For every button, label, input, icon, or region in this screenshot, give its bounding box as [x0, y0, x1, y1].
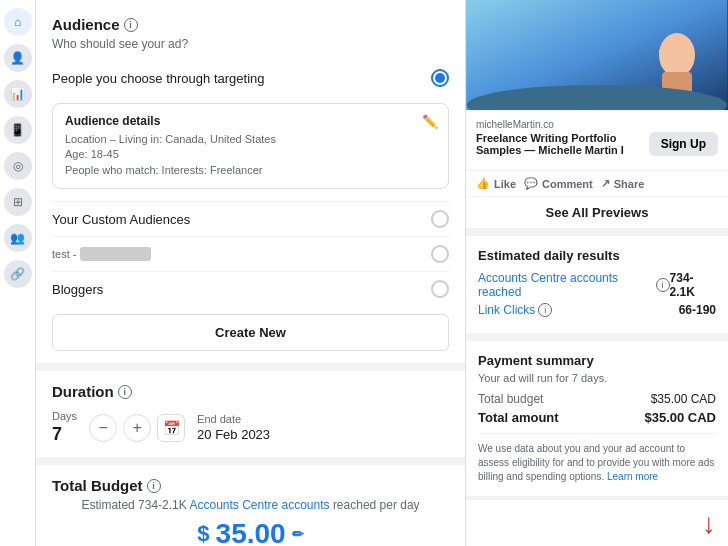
payment-notice: We use data about you and your ad accoun… [478, 433, 716, 484]
days-label: Days [52, 410, 77, 422]
payment-title: Payment summary [478, 353, 716, 368]
accounts-info-icon[interactable]: i [656, 278, 670, 292]
ad-reactions: 👍 Like 💬 Comment ↗ Share [466, 170, 728, 196]
audience-edit-icon[interactable]: ✏️ [422, 114, 438, 129]
sidebar-person-icon[interactable]: 👤 [4, 44, 32, 72]
payment-summary-panel: Payment summary Your ad will run for 7 d… [466, 341, 728, 496]
main-content: Audience i Who should see your ad? Peopl… [36, 0, 728, 546]
payment-total-row: Total amount $35.00 CAD [478, 410, 716, 425]
see-all-previews-button[interactable]: See All Previews [466, 196, 728, 228]
create-new-button[interactable]: Create New [52, 314, 449, 351]
arrow-indicator: ↓ [466, 500, 728, 546]
duration-title: Duration i [52, 383, 449, 400]
budget-info-icon[interactable]: i [147, 479, 161, 493]
budget-title: Total Budget i [52, 477, 449, 494]
targeting-radio-option[interactable]: People you choose through targeting [52, 61, 449, 95]
link-clicks-row: Link Clicks i 66-190 [478, 303, 716, 317]
custom-audiences-radio[interactable] [431, 210, 449, 228]
budget-value: 35.00 [216, 518, 286, 546]
payment-budget-row: Total budget $35.00 CAD [478, 392, 716, 406]
audience-title: Audience i [52, 16, 449, 33]
audience-item-bloggers[interactable]: Bloggers [52, 271, 449, 306]
accounts-reached-value: 734-2.1K [670, 271, 716, 299]
link-clicks-info-icon[interactable]: i [538, 303, 552, 317]
bloggers-label: Bloggers [52, 282, 103, 297]
ad-title-text: Freelance Writing Portfolio Samples — Mi… [476, 132, 649, 156]
audience-subtitle: Who should see your ad? [52, 37, 449, 51]
like-button[interactable]: 👍 Like [476, 177, 516, 190]
custom-audiences-header: Your Custom Audiences [52, 201, 449, 236]
learn-more-link[interactable]: Learn more [607, 471, 658, 482]
share-icon: ↗ [601, 177, 610, 190]
days-input-group: Days 7 [52, 410, 77, 445]
share-button[interactable]: ↗ Share [601, 177, 645, 190]
svg-point-3 [659, 46, 675, 58]
ad-title-row: Freelance Writing Portfolio Samples — Mi… [476, 132, 718, 156]
accounts-reached-label: Accounts Centre accounts reached i [478, 271, 670, 299]
results-title: Estimated daily results [478, 248, 716, 263]
comment-icon: 💬 [524, 177, 538, 190]
increment-days-button[interactable]: + [123, 414, 151, 442]
divider-1 [36, 363, 465, 371]
estimated-results-panel: Estimated daily results Accounts Centre … [466, 236, 728, 333]
right-panel: AirDrop Michelle Martin would like to sh… [466, 0, 728, 546]
end-date-label: End date [197, 413, 270, 425]
audience-age: Age: 18-45 [65, 147, 436, 162]
sidebar-circle-icon[interactable]: ◎ [4, 152, 32, 180]
duration-section: Duration i Days 7 − + 📅 End date 20 Feb … [52, 383, 449, 445]
edit-budget-icon[interactable]: ✏ [292, 526, 304, 542]
sidebar-home-icon[interactable]: ⌂ [4, 8, 32, 36]
down-arrow-icon[interactable]: ↓ [702, 508, 716, 540]
link-clicks-label: Link Clicks i [478, 303, 552, 317]
days-value: 7 [52, 424, 77, 445]
audience-info-icon[interactable]: i [124, 18, 138, 32]
audience-section: Audience i Who should see your ad? Peopl… [52, 16, 449, 351]
sidebar-users-icon[interactable]: 👥 [4, 224, 32, 252]
payment-subtitle: Your ad will run for 7 days. [478, 372, 716, 384]
ad-footer: michelleMartin.co Freelance Writing Port… [466, 110, 728, 170]
duration-info-icon[interactable]: i [118, 385, 132, 399]
duration-row: Days 7 − + 📅 End date 20 Feb 2023 [52, 410, 449, 445]
accounts-results-row: Accounts Centre accounts reached i 734-2… [478, 271, 716, 299]
blurred-name: ████████ [80, 247, 150, 261]
budget-section: Total Budget i Estimated 734-2.1K Accoun… [52, 477, 449, 546]
ad-image [466, 0, 728, 110]
link-clicks-value: 66-190 [679, 303, 716, 317]
sidebar-link-icon[interactable]: 🔗 [4, 260, 32, 288]
sidebar-grid-icon[interactable]: ⊞ [4, 188, 32, 216]
payment-budget-value: $35.00 CAD [651, 392, 716, 406]
audience-item-test[interactable]: test - ████████ [52, 236, 449, 271]
audience-test-radio[interactable] [431, 245, 449, 263]
sidebar-chart-icon[interactable]: 📊 [4, 80, 32, 108]
payment-total-value: $35.00 CAD [644, 410, 716, 425]
stepper-group: − + 📅 [89, 414, 185, 442]
targeting-radio-label: People you choose through targeting [52, 71, 265, 86]
calendar-icon[interactable]: 📅 [157, 414, 185, 442]
end-date-group: End date 20 Feb 2023 [197, 413, 270, 442]
signup-button[interactable]: Sign Up [649, 132, 718, 156]
sidebar-phone-icon[interactable]: 📱 [4, 116, 32, 144]
accounts-link[interactable]: Accounts Centre accounts [189, 498, 329, 512]
sidebar: ⌂ 👤 📊 📱 ◎ ⊞ 👥 🔗 [0, 0, 36, 546]
divider-2 [36, 457, 465, 465]
comment-button[interactable]: 💬 Comment [524, 177, 593, 190]
estimated-reach-text: Estimated 734-2.1K Accounts Centre accou… [52, 498, 449, 512]
ad-url: michelleMartin.co [476, 119, 718, 130]
audience-location: Location – Living in: Canada, United Sta… [65, 132, 436, 147]
audience-test-label: test - ████████ [52, 247, 151, 261]
audience-details-title: Audience details [65, 114, 436, 128]
custom-audiences-label: Your Custom Audiences [52, 212, 190, 227]
left-panel: Audience i Who should see your ad? Peopl… [36, 0, 466, 546]
currency-symbol: $ [197, 521, 209, 546]
decrement-days-button[interactable]: − [89, 414, 117, 442]
end-date-value: 20 Feb 2023 [197, 427, 270, 442]
bloggers-radio[interactable] [431, 280, 449, 298]
targeting-radio-selected[interactable] [431, 69, 449, 87]
ad-preview: AirDrop Michelle Martin would like to sh… [466, 0, 728, 228]
like-icon: 👍 [476, 177, 490, 190]
payment-total-label: Total amount [478, 410, 559, 425]
payment-budget-label: Total budget [478, 392, 543, 406]
audience-details-box: Audience details Location – Living in: C… [52, 103, 449, 189]
audience-interests: People who match: Interests: Freelancer [65, 163, 436, 178]
budget-amount: $ 35.00 ✏ [52, 518, 449, 546]
